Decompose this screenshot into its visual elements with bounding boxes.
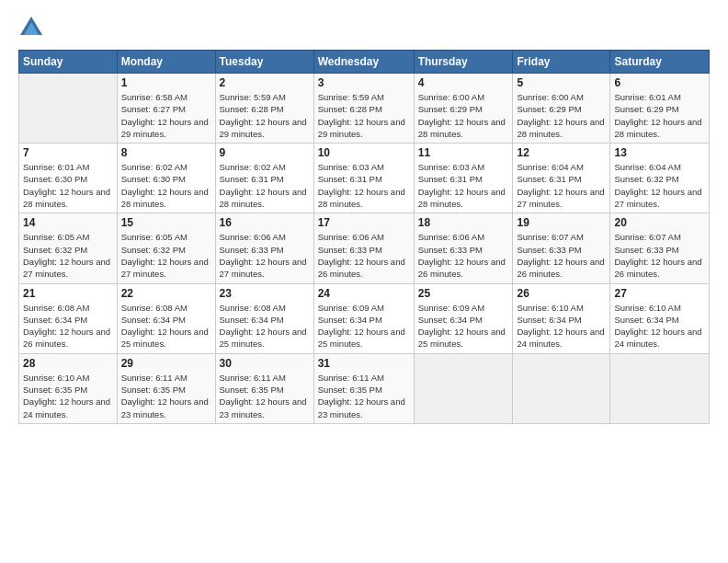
- day-cell: 4Sunrise: 6:00 AMSunset: 6:29 PMDaylight…: [414, 74, 513, 144]
- col-header-tuesday: Tuesday: [215, 51, 313, 74]
- day-cell: 14Sunrise: 6:05 AMSunset: 6:32 PMDayligh…: [19, 213, 118, 283]
- day-cell: 18Sunrise: 6:06 AMSunset: 6:33 PMDayligh…: [414, 213, 513, 283]
- day-number: 1: [121, 76, 211, 89]
- day-number: 7: [23, 146, 113, 159]
- day-cell: 21Sunrise: 6:08 AMSunset: 6:34 PMDayligh…: [19, 283, 118, 353]
- week-row-5: 28Sunrise: 6:10 AMSunset: 6:35 PMDayligh…: [19, 353, 710, 423]
- day-info: Sunrise: 6:07 AMSunset: 6:33 PMDaylight:…: [614, 231, 705, 280]
- day-cell: 1Sunrise: 6:58 AMSunset: 6:27 PMDaylight…: [117, 74, 215, 144]
- day-info: Sunrise: 6:02 AMSunset: 6:31 PMDaylight:…: [220, 161, 310, 210]
- header: [18, 15, 710, 40]
- day-info: Sunrise: 5:59 AMSunset: 6:28 PMDaylight:…: [318, 91, 410, 140]
- day-cell: 24Sunrise: 6:09 AMSunset: 6:34 PMDayligh…: [313, 283, 414, 353]
- day-info: Sunrise: 6:11 AMSunset: 6:35 PMDaylight:…: [220, 372, 310, 420]
- day-info: Sunrise: 5:59 AMSunset: 6:28 PMDaylight:…: [220, 91, 310, 140]
- day-info: Sunrise: 6:10 AMSunset: 6:34 PMDaylight:…: [517, 302, 606, 350]
- day-number: 3: [318, 76, 410, 89]
- col-header-saturday: Saturday: [610, 51, 710, 74]
- day-number: 6: [614, 76, 705, 89]
- day-info: Sunrise: 6:11 AMSunset: 6:35 PMDaylight:…: [121, 372, 211, 420]
- day-number: 20: [614, 216, 705, 229]
- day-number: 27: [614, 287, 705, 300]
- day-number: 28: [23, 357, 113, 370]
- day-cell: [513, 353, 610, 423]
- day-info: Sunrise: 6:08 AMSunset: 6:34 PMDaylight:…: [121, 302, 211, 350]
- calendar-table: SundayMondayTuesdayWednesdayThursdayFrid…: [18, 50, 710, 424]
- day-cell: 31Sunrise: 6:11 AMSunset: 6:35 PMDayligh…: [313, 353, 414, 423]
- week-row-1: 1Sunrise: 6:58 AMSunset: 6:27 PMDaylight…: [19, 74, 710, 144]
- day-cell: 30Sunrise: 6:11 AMSunset: 6:35 PMDayligh…: [215, 353, 313, 423]
- day-number: 17: [318, 216, 410, 229]
- day-number: 19: [517, 216, 606, 229]
- day-cell: 15Sunrise: 6:05 AMSunset: 6:32 PMDayligh…: [117, 213, 215, 283]
- logo: [18, 15, 48, 40]
- day-info: Sunrise: 6:58 AMSunset: 6:27 PMDaylight:…: [121, 91, 211, 140]
- week-row-4: 21Sunrise: 6:08 AMSunset: 6:34 PMDayligh…: [19, 283, 710, 353]
- day-info: Sunrise: 6:06 AMSunset: 6:33 PMDaylight:…: [418, 231, 509, 280]
- day-number: 10: [318, 146, 410, 159]
- day-info: Sunrise: 6:01 AMSunset: 6:30 PMDaylight:…: [23, 161, 113, 210]
- day-number: 14: [23, 216, 113, 229]
- day-info: Sunrise: 6:00 AMSunset: 6:29 PMDaylight:…: [418, 91, 509, 140]
- day-number: 26: [517, 287, 606, 300]
- day-cell: 26Sunrise: 6:10 AMSunset: 6:34 PMDayligh…: [513, 283, 610, 353]
- col-header-thursday: Thursday: [414, 51, 513, 74]
- day-cell: 28Sunrise: 6:10 AMSunset: 6:35 PMDayligh…: [19, 353, 118, 423]
- day-cell: 25Sunrise: 6:09 AMSunset: 6:34 PMDayligh…: [414, 283, 513, 353]
- day-cell: [610, 353, 710, 423]
- day-info: Sunrise: 6:00 AMSunset: 6:29 PMDaylight:…: [517, 91, 606, 140]
- day-cell: 20Sunrise: 6:07 AMSunset: 6:33 PMDayligh…: [610, 213, 710, 283]
- day-number: 21: [23, 287, 113, 300]
- day-number: 12: [517, 146, 606, 159]
- col-header-monday: Monday: [117, 51, 215, 74]
- day-info: Sunrise: 6:08 AMSunset: 6:34 PMDaylight:…: [23, 302, 113, 350]
- col-header-sunday: Sunday: [19, 51, 118, 74]
- day-cell: 23Sunrise: 6:08 AMSunset: 6:34 PMDayligh…: [215, 283, 313, 353]
- day-info: Sunrise: 6:09 AMSunset: 6:34 PMDaylight:…: [318, 302, 410, 350]
- calendar-page: SundayMondayTuesdayWednesdayThursdayFrid…: [0, 0, 728, 563]
- day-number: 31: [318, 357, 410, 370]
- day-number: 2: [220, 76, 310, 89]
- day-cell: 29Sunrise: 6:11 AMSunset: 6:35 PMDayligh…: [117, 353, 215, 423]
- day-number: 15: [121, 216, 211, 229]
- day-cell: 13Sunrise: 6:04 AMSunset: 6:32 PMDayligh…: [610, 144, 710, 213]
- week-row-2: 7Sunrise: 6:01 AMSunset: 6:30 PMDaylight…: [19, 144, 710, 213]
- day-cell: 2Sunrise: 5:59 AMSunset: 6:28 PMDaylight…: [215, 74, 313, 144]
- day-number: 4: [418, 76, 509, 89]
- day-cell: 11Sunrise: 6:03 AMSunset: 6:31 PMDayligh…: [414, 144, 513, 213]
- day-info: Sunrise: 6:03 AMSunset: 6:31 PMDaylight:…: [318, 161, 410, 210]
- day-number: 25: [418, 287, 509, 300]
- day-info: Sunrise: 6:10 AMSunset: 6:35 PMDaylight:…: [23, 372, 113, 420]
- day-info: Sunrise: 6:06 AMSunset: 6:33 PMDaylight:…: [318, 231, 410, 280]
- header-row: SundayMondayTuesdayWednesdayThursdayFrid…: [19, 51, 710, 74]
- day-cell: 8Sunrise: 6:02 AMSunset: 6:30 PMDaylight…: [117, 144, 215, 213]
- day-info: Sunrise: 6:10 AMSunset: 6:34 PMDaylight:…: [614, 302, 705, 350]
- day-number: 5: [517, 76, 606, 89]
- day-cell: [414, 353, 513, 423]
- day-number: 29: [121, 357, 211, 370]
- day-number: 11: [418, 146, 509, 159]
- day-number: 24: [318, 287, 410, 300]
- day-cell: 19Sunrise: 6:07 AMSunset: 6:33 PMDayligh…: [513, 213, 610, 283]
- day-info: Sunrise: 6:08 AMSunset: 6:34 PMDaylight:…: [220, 302, 310, 350]
- day-cell: 9Sunrise: 6:02 AMSunset: 6:31 PMDaylight…: [215, 144, 313, 213]
- day-number: 16: [220, 216, 310, 229]
- day-cell: 17Sunrise: 6:06 AMSunset: 6:33 PMDayligh…: [313, 213, 414, 283]
- col-header-friday: Friday: [513, 51, 610, 74]
- day-info: Sunrise: 6:04 AMSunset: 6:31 PMDaylight:…: [517, 161, 606, 210]
- day-number: 18: [418, 216, 509, 229]
- day-number: 23: [220, 287, 310, 300]
- week-row-3: 14Sunrise: 6:05 AMSunset: 6:32 PMDayligh…: [19, 213, 710, 283]
- day-cell: 16Sunrise: 6:06 AMSunset: 6:33 PMDayligh…: [215, 213, 313, 283]
- day-info: Sunrise: 6:05 AMSunset: 6:32 PMDaylight:…: [23, 231, 113, 280]
- day-cell: 22Sunrise: 6:08 AMSunset: 6:34 PMDayligh…: [117, 283, 215, 353]
- day-cell: 27Sunrise: 6:10 AMSunset: 6:34 PMDayligh…: [610, 283, 710, 353]
- logo-icon: [18, 15, 44, 40]
- day-info: Sunrise: 6:11 AMSunset: 6:35 PMDaylight:…: [318, 372, 410, 420]
- day-info: Sunrise: 6:06 AMSunset: 6:33 PMDaylight:…: [220, 231, 310, 280]
- day-cell: [19, 74, 118, 144]
- day-number: 8: [121, 146, 211, 159]
- day-info: Sunrise: 6:03 AMSunset: 6:31 PMDaylight:…: [418, 161, 509, 210]
- day-cell: 10Sunrise: 6:03 AMSunset: 6:31 PMDayligh…: [313, 144, 414, 213]
- day-info: Sunrise: 6:05 AMSunset: 6:32 PMDaylight:…: [121, 231, 211, 280]
